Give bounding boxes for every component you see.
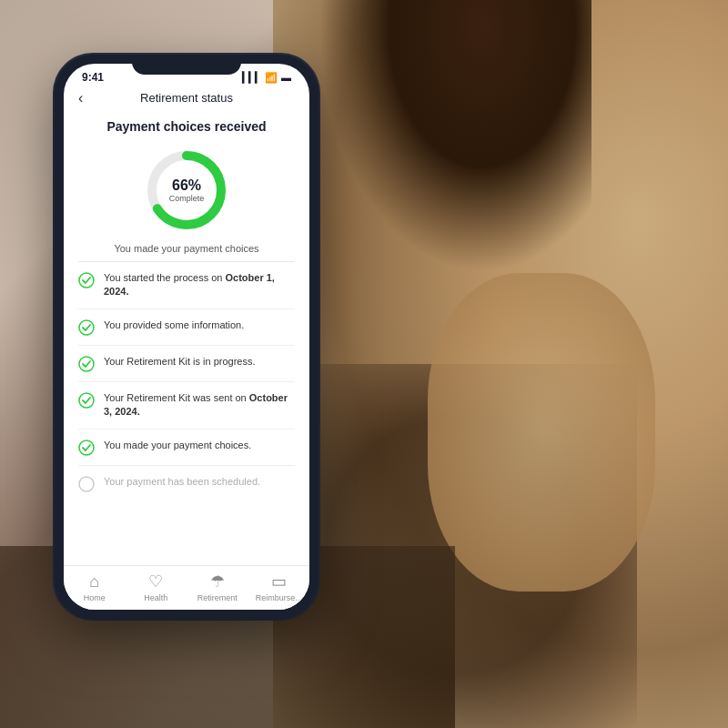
- nav-item-home[interactable]: ⌂ Home: [64, 572, 126, 602]
- page-title: Retirement status: [140, 91, 233, 105]
- timeline-list: You started the process on October 1, 20…: [64, 262, 309, 501]
- timeline-item: Your Retirement Kit is in progress.: [78, 346, 295, 382]
- check-icon-3: [78, 356, 95, 372]
- chart-subtitle: You made your payment choices: [114, 243, 258, 254]
- screen-content[interactable]: Payment choices received 66% Complete: [64, 112, 309, 565]
- nav-label-reimburse: Reimburse...: [256, 593, 302, 602]
- timeline-item: You started the process on October 1, 20…: [78, 262, 295, 309]
- svg-point-4: [79, 357, 94, 371]
- nav-label-health: Health: [144, 593, 167, 602]
- phone-screen: 9:41 ▎▎▎ 📶 ▬ ‹ Retirement status Payment…: [64, 64, 309, 610]
- check-icon-6: [78, 476, 95, 492]
- bottom-nav: ⌂ Home ♡ Health ☂ Retirement ▭ Reimburse…: [64, 565, 309, 610]
- health-icon: ♡: [148, 571, 163, 592]
- reimburse-icon: ▭: [271, 571, 287, 592]
- signal-icon: ▎▎▎: [242, 72, 261, 84]
- donut-percent: 66%: [169, 177, 205, 194]
- svg-point-2: [79, 273, 94, 288]
- battery-icon: ▬: [281, 72, 291, 83]
- timeline-text-2: You provided some information.: [104, 318, 244, 332]
- svg-point-6: [79, 440, 94, 455]
- status-icons: ▎▎▎ 📶 ▬: [242, 72, 291, 84]
- timeline-text-5: You made your payment choices.: [104, 439, 251, 452]
- nav-item-health[interactable]: ♡ Health: [126, 571, 187, 602]
- back-button[interactable]: ‹: [78, 90, 83, 106]
- status-time: 9:41: [82, 71, 104, 84]
- person-hair-decoration: [318, 0, 592, 273]
- timeline-text-6: Your payment has been scheduled.: [104, 475, 260, 489]
- timeline-text-4: Your Retirement Kit was sent on October …: [104, 391, 295, 420]
- timeline-item: You provided some information.: [78, 309, 295, 346]
- donut-label: 66% Complete: [169, 177, 205, 203]
- timeline-text-3: Your Retirement Kit is in progress.: [104, 355, 256, 369]
- retirement-icon: ☂: [210, 571, 225, 592]
- check-icon-4: [78, 392, 95, 409]
- svg-point-5: [79, 393, 94, 408]
- wifi-icon: 📶: [265, 72, 278, 84]
- nav-bar: ‹ Retirement status: [64, 87, 309, 112]
- chart-container: 66% Complete You made your payment choic…: [64, 145, 309, 261]
- nav-item-retirement[interactable]: ☂ Retirement: [187, 571, 248, 602]
- section-title: Payment choices received: [64, 112, 309, 145]
- phone-device: 9:41 ▎▎▎ 📶 ▬ ‹ Retirement status Payment…: [55, 55, 318, 619]
- donut-chart: 66% Complete: [141, 145, 232, 236]
- nav-label-home: Home: [84, 593, 106, 602]
- timeline-item: You made your payment choices.: [78, 430, 295, 466]
- check-icon-5: [78, 440, 95, 456]
- svg-point-3: [79, 320, 94, 335]
- timeline-text-1: You started the process on October 1, 20…: [104, 271, 295, 299]
- person-hand-decoration: [428, 273, 655, 592]
- nav-label-retirement: Retirement: [197, 593, 238, 602]
- home-icon: ⌂: [89, 572, 99, 592]
- svg-point-7: [79, 477, 94, 491]
- check-icon-1: [78, 272, 95, 288]
- timeline-item: Your payment has been scheduled.: [78, 466, 295, 501]
- check-icon-2: [78, 319, 95, 336]
- nav-item-reimburse[interactable]: ▭ Reimburse...: [248, 571, 310, 602]
- timeline-item: Your Retirement Kit was sent on October …: [78, 382, 295, 430]
- donut-complete-label: Complete: [169, 194, 205, 203]
- phone-notch: [132, 55, 241, 75]
